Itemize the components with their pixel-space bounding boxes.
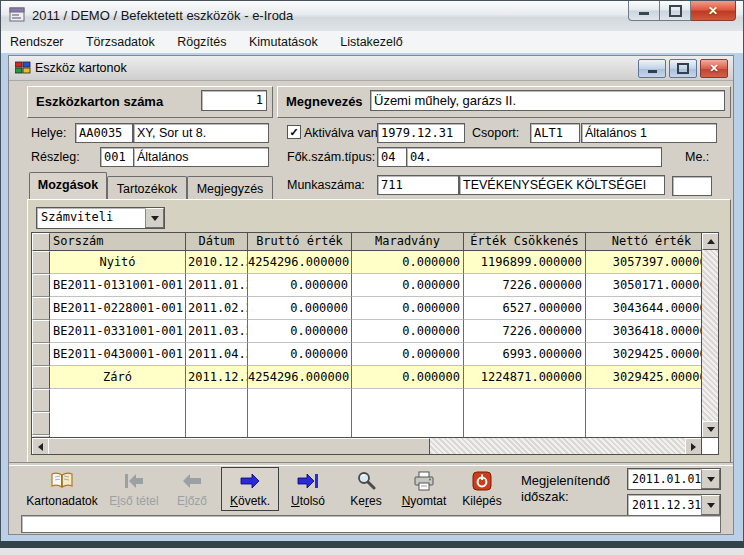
toolbar: Kartonadatok Első tétel	[9, 464, 733, 514]
cell-datum: 2011.03.31	[186, 320, 248, 343]
table-row[interactable]: Nyitó 2010.12.31 4254296.000000 0.000000…	[32, 251, 718, 274]
card-number-label: Eszközkarton száma	[36, 94, 163, 109]
csoport-desc-field[interactable]: Általános 1	[581, 123, 717, 143]
row-indicator[interactable]	[32, 366, 50, 389]
cell-brutto: 0.000000	[248, 297, 352, 320]
table-row[interactable]: BE2011-0131001-001 2011.01.31 0.000000 0…	[32, 274, 718, 297]
chevron-down-icon	[707, 477, 715, 486]
period-to-dropdown-button[interactable]	[701, 495, 720, 515]
table-header-row: Sorszám Dátum Bruttó érték Maradvány Ért…	[32, 233, 718, 251]
tab-mozgasok[interactable]: Mozgások	[29, 172, 107, 199]
last-item-button[interactable]: Utolsó	[279, 467, 337, 511]
me-value-field[interactable]	[672, 176, 712, 196]
exit-button[interactable]: Kilépés	[453, 467, 511, 511]
menu-rogzites[interactable]: Rögzítés	[168, 31, 235, 52]
scroll-down-button[interactable]	[702, 421, 719, 438]
cell-csokkenes: 7226.000000	[464, 320, 586, 343]
csoport-label: Csoport:	[472, 126, 519, 140]
combo-dropdown-button[interactable]	[145, 208, 164, 228]
reszleg-code-field[interactable]: 001	[100, 147, 136, 167]
menu-kimutatasok[interactable]: Kimutatások	[240, 31, 327, 52]
printer-icon	[413, 470, 435, 492]
name-field[interactable]: Üzemi műhely, garázs II.	[370, 90, 725, 111]
col-sorszam[interactable]: Sorszám	[50, 233, 186, 251]
munkaszam-desc-field[interactable]: TEVÉKENYSÉGEK KÖLTSÉGEI	[459, 175, 665, 195]
scroll-left-button[interactable]	[32, 438, 49, 455]
horizontal-scrollbar[interactable]	[32, 437, 702, 454]
next-button[interactable]: Követk.	[221, 467, 279, 511]
cell-datum: 2011.01.31	[186, 274, 248, 297]
child-title-bar[interactable]: Eszköz kartonok ✕	[9, 56, 733, 81]
first-arrow-icon	[122, 470, 146, 492]
col-netto[interactable]: Nettó érték	[586, 233, 718, 251]
print-button[interactable]: Nyomtat	[395, 467, 453, 511]
last-arrow-icon	[296, 470, 320, 492]
aktivalva-checkbox[interactable]: ✓	[287, 125, 301, 139]
cell-brutto: 0.000000	[248, 274, 352, 297]
fok-desc-field[interactable]: 04.	[406, 147, 662, 167]
vertical-scrollbar[interactable]	[701, 233, 718, 438]
munkaszam-code-field[interactable]: 711	[377, 175, 459, 195]
arrow-down-icon	[707, 427, 715, 436]
period-from-combobox[interactable]: 2011.01.01	[627, 468, 721, 490]
aktivalva-date-field[interactable]: 1979.12.31	[377, 123, 465, 143]
col-brutto[interactable]: Bruttó érték	[248, 233, 352, 251]
cell-netto: 3036418.000000	[586, 320, 718, 343]
previous-button[interactable]: Előző	[163, 467, 221, 511]
fok-label: Fők.szám.típus:	[287, 150, 375, 164]
close-button[interactable]: ✕	[691, 1, 736, 21]
minimize-button[interactable]	[628, 1, 659, 21]
helye-code-field[interactable]: AA0035	[75, 123, 133, 143]
row-indicator[interactable]	[32, 320, 50, 343]
name-panel: Megnevezés Üzemi műhely, garázs II.	[277, 86, 731, 118]
search-icon	[356, 470, 376, 492]
scroll-right-button[interactable]	[685, 438, 702, 455]
menu-listakezelo[interactable]: Listakezelő	[331, 31, 412, 52]
tab-megjegyzes[interactable]: Megjegyzés	[187, 176, 273, 199]
helye-label: Helye:	[31, 126, 66, 140]
period-from-dropdown-button[interactable]	[701, 469, 720, 489]
horizontal-scroll-thumb[interactable]	[48, 438, 430, 455]
period-to-combobox[interactable]: 2011.12.31	[627, 494, 721, 516]
title-bar[interactable]: 2011 / DEMO / Befektetett eszközök - e-I…	[1, 1, 743, 32]
col-datum[interactable]: Dátum	[186, 233, 248, 251]
table-row[interactable]: BE2011-0430001-001 2011.04.30 0.000000 0…	[32, 343, 718, 366]
row-indicator[interactable]	[32, 343, 50, 366]
child-window-controls: ✕	[638, 59, 728, 78]
screen: 2011 / DEMO / Befektetett eszközök - e-I…	[0, 0, 744, 555]
child-minimize-icon	[648, 70, 657, 73]
row-indicator[interactable]	[32, 297, 50, 320]
reszleg-desc-field[interactable]: Általános	[133, 147, 269, 167]
first-item-button[interactable]: Első tétel	[105, 467, 163, 511]
kartonadatok-button[interactable]: Kartonadatok	[19, 467, 105, 511]
cell-datum: 2011.02.28	[186, 297, 248, 320]
search-button[interactable]: Keres	[337, 467, 395, 511]
fok-code-field[interactable]: 04	[377, 147, 407, 167]
tab-tartozekok[interactable]: Tartozékok	[107, 176, 187, 199]
row-indicator[interactable]	[32, 274, 50, 297]
child-restore-button[interactable]	[669, 59, 697, 78]
table-row[interactable]: BE2011-0228001-001 2011.02.28 0.000000 0…	[32, 297, 718, 320]
view-type-combobox[interactable]: Számviteli	[36, 207, 165, 229]
cell-sorszam: BE2011-0430001-001	[50, 343, 186, 366]
scroll-up-button[interactable]	[702, 233, 719, 250]
period-label: Megjelenítendő időszak:	[521, 473, 610, 506]
menu-torzsadatok[interactable]: Törzsadatok	[77, 31, 164, 52]
csoport-code-field[interactable]: ALT1	[530, 123, 580, 143]
table-row[interactable]: Záró 2011.12.31 4254296.000000 0.000000 …	[32, 366, 718, 389]
child-close-button[interactable]: ✕	[700, 59, 728, 78]
cell-sorszam: BE2011-0131001-001	[50, 274, 186, 297]
cell-brutto: 0.000000	[248, 320, 352, 343]
child-minimize-button[interactable]	[638, 59, 666, 78]
col-csokkenes[interactable]: Érték Csökkenés	[464, 233, 586, 251]
cell-csokkenes: 6993.000000	[464, 343, 586, 366]
restore-button[interactable]	[659, 1, 691, 21]
table-row[interactable]: BE2011-0331001-001 2011.03.31 0.000000 0…	[32, 320, 718, 343]
helye-desc-field[interactable]: XY, Sor ut 8.	[133, 123, 269, 143]
row-indicator[interactable]	[32, 251, 50, 274]
next-arrow-icon	[239, 470, 261, 492]
col-maradvany[interactable]: Maradvány	[352, 233, 464, 251]
card-number-field[interactable]: 1	[201, 90, 267, 111]
menu-rendszer[interactable]: Rendszer	[1, 31, 73, 52]
cell-csokkenes: 7226.000000	[464, 274, 586, 297]
